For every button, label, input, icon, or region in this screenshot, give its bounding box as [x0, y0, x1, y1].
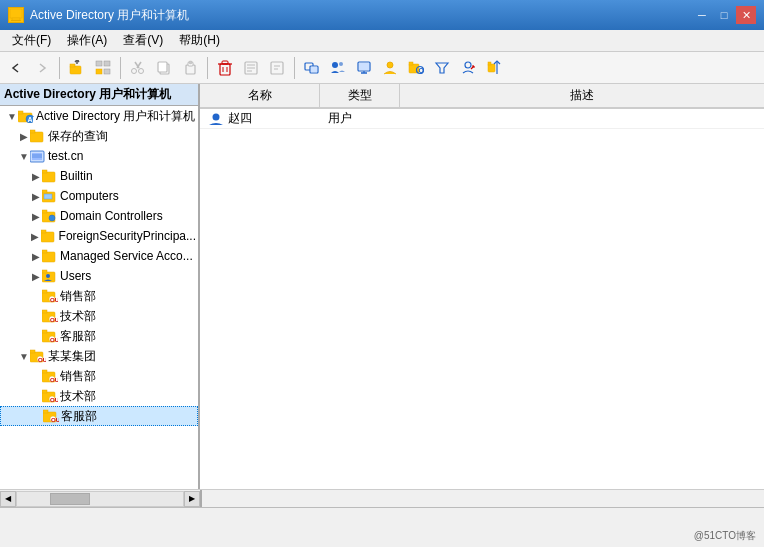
rename-button[interactable]	[265, 56, 289, 80]
builtin-label: Builtin	[60, 169, 93, 183]
tree-item-test-cn[interactable]: ▼ test.cn	[0, 146, 198, 166]
cell-type: 用户	[320, 108, 400, 129]
svg-rect-5	[96, 61, 102, 66]
svg-rect-6	[104, 61, 110, 66]
copy-button[interactable]	[152, 56, 176, 80]
delete-button[interactable]	[213, 56, 237, 80]
tree-item-service2[interactable]: ▶ OU 客服部	[0, 406, 198, 426]
menu-action[interactable]: 操作(A)	[59, 30, 115, 51]
msa-label: Managed Service Acco...	[60, 249, 193, 263]
fsp-label: ForeignSecurityPrincipa...	[59, 229, 196, 243]
svg-rect-41	[409, 62, 413, 65]
svg-rect-66	[42, 210, 47, 213]
tree-header: Active Directory 用户和计算机	[0, 84, 198, 106]
svg-text:OU: OU	[51, 417, 59, 423]
tree-item-sales2[interactable]: ▶ OU 销售部	[0, 366, 198, 386]
tree-root-item[interactable]: ▼ AD Active Directory 用户和计算机	[0, 106, 198, 126]
svg-rect-71	[42, 250, 47, 253]
scroll-track[interactable]	[16, 491, 184, 507]
move-button[interactable]	[482, 56, 506, 80]
cut-button[interactable]	[126, 56, 150, 80]
content-hscroll-area	[200, 490, 764, 507]
toolbar-separator-3	[207, 57, 208, 79]
svg-rect-51	[18, 111, 23, 114]
delegate-button[interactable]	[456, 56, 480, 80]
computer-button[interactable]	[352, 56, 376, 80]
menu-help[interactable]: 帮助(H)	[171, 30, 228, 51]
test-cn-expand[interactable]: ▼	[18, 150, 30, 162]
col-header-name[interactable]: 名称	[200, 84, 320, 107]
mou-expand[interactable]: ▼	[18, 350, 30, 362]
builtin-expand[interactable]: ▶	[30, 170, 42, 182]
svg-rect-63	[42, 190, 47, 193]
tree-item-saved-queries[interactable]: ▶ 保存的查询	[0, 126, 198, 146]
svg-text:OU: OU	[50, 397, 58, 403]
users-button[interactable]	[326, 56, 350, 80]
toolbar: O	[0, 52, 764, 84]
svg-marker-44	[436, 63, 448, 73]
svg-rect-73	[42, 270, 47, 273]
test-cn-label: test.cn	[48, 149, 83, 163]
properties-button[interactable]	[239, 56, 263, 80]
connect-button[interactable]	[300, 56, 324, 80]
mou-group-icon: OU	[30, 348, 46, 364]
svg-rect-48	[488, 62, 491, 65]
tree-item-sales1[interactable]: ▶ OU 销售部	[0, 286, 198, 306]
menu-file[interactable]: 文件(F)	[4, 30, 59, 51]
menu-view[interactable]: 查看(V)	[115, 30, 171, 51]
scroll-right-btn[interactable]: ▶	[184, 491, 200, 507]
tree-item-tech1[interactable]: ▶ OU 技术部	[0, 306, 198, 326]
group-button[interactable]	[378, 56, 402, 80]
attribution: @51CTO博客	[694, 529, 756, 543]
close-button[interactable]: ✕	[736, 6, 756, 24]
svg-rect-80	[42, 310, 47, 313]
service1-label: 客服部	[60, 328, 96, 345]
tree-item-users[interactable]: ▶ Users	[0, 266, 198, 286]
users-expand[interactable]: ▶	[30, 270, 42, 282]
tree-item-managed-service[interactable]: ▶ Managed Service Acco...	[0, 246, 198, 266]
folder-up-button[interactable]	[65, 56, 89, 80]
back-button[interactable]	[4, 56, 28, 80]
svg-rect-8	[104, 69, 110, 74]
msa-icon	[42, 248, 58, 264]
col-header-type[interactable]: 类型	[320, 84, 400, 107]
cell-name-text: 赵四	[228, 110, 252, 127]
tree-item-domain-controllers[interactable]: ▶ Domain Controllers	[0, 206, 198, 226]
service2-label: 客服部	[61, 408, 97, 425]
filter-button[interactable]	[430, 56, 454, 80]
users-icon	[42, 268, 58, 284]
sales1-icon: OU	[42, 288, 58, 304]
root-expand[interactable]: ▼	[6, 110, 18, 122]
ou-button[interactable]: O	[404, 56, 428, 80]
maximize-button[interactable]: □	[714, 6, 734, 24]
paste-button[interactable]	[178, 56, 202, 80]
table-row[interactable]: 赵四用户	[200, 109, 764, 129]
mou-group-label: 某某集团	[48, 348, 96, 365]
tree-item-tech2[interactable]: ▶ OU 技术部	[0, 386, 198, 406]
dc-expand[interactable]: ▶	[30, 210, 42, 222]
svg-rect-20	[222, 61, 228, 64]
computers-expand[interactable]: ▶	[30, 190, 42, 202]
svg-rect-4	[70, 64, 75, 67]
tree-item-builtin[interactable]: ▶ Builtin	[0, 166, 198, 186]
show-button[interactable]	[91, 56, 115, 80]
scroll-left-btn[interactable]: ◀	[0, 491, 16, 507]
svg-rect-69	[41, 230, 46, 233]
scroll-thumb[interactable]	[50, 493, 90, 505]
tree-item-service1[interactable]: ▶ OU 客服部	[0, 326, 198, 346]
tree-hscroll[interactable]: ◀ ▶	[0, 490, 200, 507]
tree-item-computers[interactable]: ▶ Computers	[0, 186, 198, 206]
col-header-desc[interactable]: 描述	[400, 84, 764, 107]
svg-text:OU: OU	[50, 317, 58, 323]
minimize-button[interactable]: ─	[692, 6, 712, 24]
fsp-expand[interactable]: ▶	[29, 230, 41, 242]
msa-expand[interactable]: ▶	[30, 250, 42, 262]
content-pane: 名称 类型 描述 赵四用户	[200, 84, 764, 489]
tree-item-mou-group[interactable]: ▼ OU 某某集团	[0, 346, 198, 366]
cell-desc	[400, 117, 764, 121]
svg-rect-36	[359, 63, 369, 70]
saved-queries-expand[interactable]: ▶	[18, 130, 30, 142]
forward-button[interactable]	[30, 56, 54, 80]
svg-point-45	[465, 62, 471, 68]
tree-item-foreign-security[interactable]: ▶ ForeignSecurityPrincipa...	[0, 226, 198, 246]
